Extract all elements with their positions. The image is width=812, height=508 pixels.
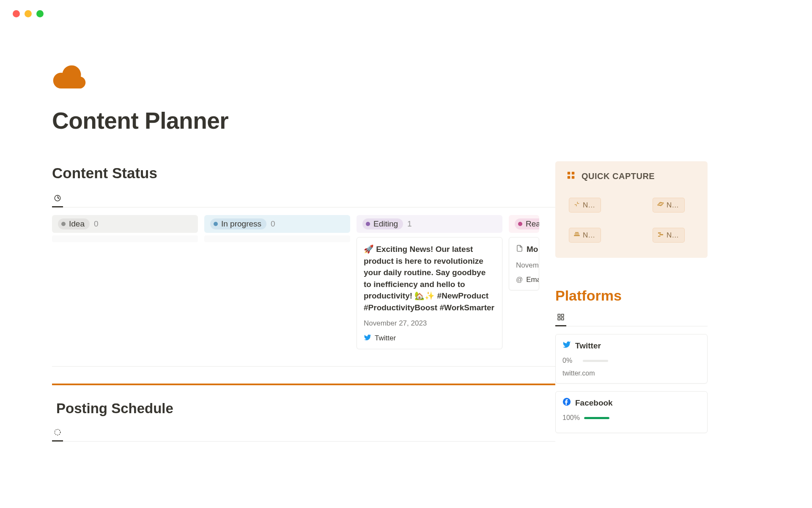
svg-rect-3 xyxy=(572,172,574,174)
at-icon: @ xyxy=(516,276,523,284)
window-close-button[interactable] xyxy=(13,10,20,17)
column-header-ready[interactable]: Ready xyxy=(509,215,539,233)
posting-schedule-tabs xyxy=(52,428,555,442)
column-label: Ready xyxy=(526,219,539,229)
card-title: 🚀 Exciting News! Our latest product is h… xyxy=(364,243,495,313)
divider xyxy=(52,366,555,367)
platform-percent: 100% xyxy=(562,414,580,422)
column-count: 0 xyxy=(94,219,99,229)
column-count: 0 xyxy=(271,219,275,229)
progress-bar xyxy=(584,417,609,419)
column-label: Idea xyxy=(69,219,85,229)
quick-capture-title: QUICK CAPTURE xyxy=(582,171,655,181)
card-date: Novemb xyxy=(516,261,532,270)
new-card-placeholder[interactable] xyxy=(204,235,350,242)
facebook-icon xyxy=(562,398,571,408)
column-idea: Idea 0 xyxy=(52,215,198,349)
card-platform: Twitter xyxy=(375,334,396,342)
twitter-icon xyxy=(562,340,571,351)
svg-rect-15 xyxy=(562,314,564,316)
svg-rect-11 xyxy=(658,232,661,234)
qc-button-label: N… xyxy=(667,231,679,240)
content-card[interactable]: 🚀 Exciting News! Our latest product is h… xyxy=(357,237,502,349)
progress-bar xyxy=(583,360,608,362)
quick-capture-button[interactable]: N… xyxy=(653,198,685,213)
svg-rect-12 xyxy=(659,234,663,235)
column-ready: Ready Mo Novemb @ Emai xyxy=(509,215,539,349)
quick-capture-button[interactable]: N… xyxy=(569,198,601,213)
svg-rect-16 xyxy=(558,318,560,320)
svg-rect-13 xyxy=(658,236,660,237)
svg-rect-10 xyxy=(574,235,579,236)
column-header-in-progress[interactable]: In progress 0 xyxy=(204,215,350,233)
svg-rect-4 xyxy=(568,176,570,179)
window-minimize-button[interactable] xyxy=(25,10,32,17)
svg-rect-14 xyxy=(558,314,560,316)
collapse-icon xyxy=(573,201,580,210)
column-in-progress: In progress 0 xyxy=(204,215,350,349)
quick-capture-panel: QUICK CAPTURE N… N… xyxy=(555,161,708,258)
platform-url: twitter.com xyxy=(562,370,700,377)
document-icon xyxy=(516,245,523,254)
cloud-icon xyxy=(52,65,555,90)
column-header-editing[interactable]: Editing 1 xyxy=(357,215,502,233)
content-card[interactable]: Mo Novemb @ Emai xyxy=(509,237,539,290)
layers-icon xyxy=(573,231,580,240)
twitter-icon xyxy=(364,334,371,343)
grid-icon xyxy=(566,171,576,182)
content-status-tabs xyxy=(52,194,555,207)
planet-icon xyxy=(657,201,664,210)
stack-icon xyxy=(657,231,664,240)
svg-point-1 xyxy=(55,430,60,436)
page-title: Content Planner xyxy=(52,107,555,134)
new-card-placeholder[interactable] xyxy=(52,235,198,242)
platform-card-twitter[interactable]: Twitter 0% twitter.com xyxy=(555,334,708,384)
card-platform: Emai xyxy=(526,276,539,284)
svg-rect-17 xyxy=(562,318,564,320)
svg-rect-5 xyxy=(572,176,574,179)
platforms-tabs xyxy=(555,313,708,326)
platform-card-facebook[interactable]: Facebook 100% xyxy=(555,391,708,433)
column-count: 1 xyxy=(407,219,412,229)
posting-schedule-title: Posting Schedule xyxy=(56,400,555,417)
card-date: November 27, 2023 xyxy=(364,319,495,328)
window-controls xyxy=(0,0,812,17)
column-editing: Editing 1 🚀 Exciting News! Our latest pr… xyxy=(357,215,502,349)
quick-capture-button[interactable]: N… xyxy=(569,228,601,243)
column-label: In progress xyxy=(221,219,261,229)
qc-button-label: N… xyxy=(667,201,679,210)
qc-button-label: N… xyxy=(583,231,595,240)
platforms-title: Platforms xyxy=(555,287,708,304)
card-title: Mo xyxy=(527,243,538,255)
tab-status-view[interactable] xyxy=(52,194,63,207)
svg-point-7 xyxy=(657,202,664,206)
quick-capture-button[interactable]: N… xyxy=(653,228,685,243)
svg-rect-2 xyxy=(568,172,570,174)
window-maximize-button[interactable] xyxy=(36,10,44,17)
content-status-title: Content Status xyxy=(52,165,555,182)
tab-gallery-view[interactable] xyxy=(555,313,566,326)
svg-rect-8 xyxy=(575,232,579,233)
platform-percent: 0% xyxy=(562,357,579,364)
qc-button-label: N… xyxy=(583,201,595,210)
tab-schedule-view[interactable] xyxy=(52,428,63,442)
svg-rect-9 xyxy=(575,234,579,235)
platform-name: Facebook xyxy=(575,398,613,408)
divider-accent xyxy=(52,384,555,385)
kanban-board: Idea 0 In progress 0 Editing 1 🚀 Exci xyxy=(52,215,555,349)
column-header-idea[interactable]: Idea 0 xyxy=(52,215,198,233)
platform-name: Twitter xyxy=(575,341,601,351)
column-label: Editing xyxy=(373,219,398,229)
